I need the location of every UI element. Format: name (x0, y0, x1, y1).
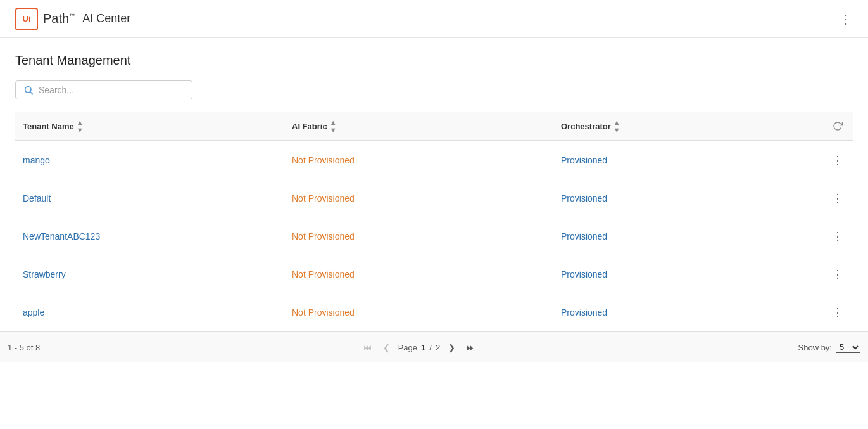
page-content: Tenant Management Tenant Name ▲▼ AI Fabr… (0, 38, 868, 331)
tenant-name-cell: apple (15, 307, 284, 317)
show-by-label: Show by: (798, 343, 832, 352)
row-actions-button[interactable]: ⋮ (822, 191, 853, 205)
ai-fabric-cell: Not Provisioned (284, 269, 553, 279)
table-row: NewTenantABC123 Not Provisioned Provisio… (15, 217, 853, 255)
page-label: Page (398, 343, 417, 352)
table-header: Tenant Name ▲▼ AI Fabric ▲▼ Orchestrator… (15, 112, 853, 141)
next-page-button[interactable]: ❯ (444, 340, 459, 355)
th-orchestrator: Orchestrator ▲▼ (553, 118, 822, 134)
refresh-button[interactable] (822, 118, 853, 134)
row-actions-button[interactable]: ⋮ (822, 305, 853, 319)
show-by-select[interactable]: 5102050 (836, 342, 860, 353)
logo-sup: ™ (69, 13, 75, 19)
ai-fabric-cell: Not Provisioned (284, 193, 553, 203)
pagination-bar: 1 - 5 of 8 ⏮ ❮ Page 1 / 2 ❯ ⏭ Show by: 5… (0, 331, 868, 362)
search-wrapper (15, 80, 192, 99)
page-separator: / (429, 343, 432, 352)
orchestrator-cell: Provisioned (553, 231, 822, 241)
pagination-range: 1 - 5 of 8 (8, 343, 40, 352)
first-page-button[interactable]: ⏮ (360, 340, 375, 355)
logo-letters: Ui (23, 14, 31, 23)
tenant-name-cell: Strawberry (15, 269, 284, 279)
svg-line-1 (30, 92, 33, 94)
search-icon (23, 85, 34, 95)
table-row: Strawberry Not Provisioned Provisioned ⋮ (15, 255, 853, 293)
current-page: 1 (421, 343, 425, 352)
app-header: Ui Path™ AI Center ⋮ (0, 0, 868, 38)
sort-icon-orchestrator: ▲▼ (613, 118, 620, 134)
pagination-controls: ⏮ ❮ Page 1 / 2 ❯ ⏭ (360, 340, 478, 355)
sort-icon-tenant: ▲▼ (77, 118, 84, 134)
show-by-control: Show by: 5102050 (798, 342, 860, 353)
prev-page-button[interactable]: ❮ (379, 340, 394, 355)
orchestrator-cell: Provisioned (553, 269, 822, 279)
tenant-name-cell: mango (15, 155, 284, 165)
th-ai-fabric: AI Fabric ▲▼ (284, 118, 553, 134)
th-tenant-name: Tenant Name ▲▼ (15, 118, 284, 134)
tenant-name-cell: Default (15, 193, 284, 203)
app-title: AI Center (82, 12, 130, 25)
total-pages: 2 (436, 343, 440, 352)
search-input[interactable] (39, 85, 184, 95)
page-title: Tenant Management (15, 53, 853, 68)
header-more-button[interactable]: ⋮ (840, 11, 853, 27)
orchestrator-cell: Provisioned (553, 193, 822, 203)
orchestrator-cell: Provisioned (553, 155, 822, 165)
row-actions-button[interactable]: ⋮ (822, 267, 853, 281)
row-actions-button[interactable]: ⋮ (822, 153, 853, 167)
table-rows-container: mango Not Provisioned Provisioned ⋮ Defa… (15, 141, 853, 331)
logo-area: Ui Path™ AI Center (15, 8, 130, 30)
logo-box: Ui (15, 8, 38, 30)
logo-path-text: Path™ (43, 11, 75, 26)
table-row: mango Not Provisioned Provisioned ⋮ (15, 141, 853, 179)
row-actions-button[interactable]: ⋮ (822, 229, 853, 243)
tenant-table: Tenant Name ▲▼ AI Fabric ▲▼ Orchestrator… (15, 112, 853, 331)
tenant-name-cell: NewTenantABC123 (15, 231, 284, 241)
ai-fabric-cell: Not Provisioned (284, 155, 553, 165)
last-page-button[interactable]: ⏭ (463, 340, 478, 355)
orchestrator-cell: Provisioned (553, 307, 822, 317)
ai-fabric-cell: Not Provisioned (284, 231, 553, 241)
ai-fabric-cell: Not Provisioned (284, 307, 553, 317)
table-row: apple Not Provisioned Provisioned ⋮ (15, 293, 853, 331)
sort-icon-ai-fabric: ▲▼ (330, 118, 337, 134)
table-row: Default Not Provisioned Provisioned ⋮ (15, 179, 853, 217)
